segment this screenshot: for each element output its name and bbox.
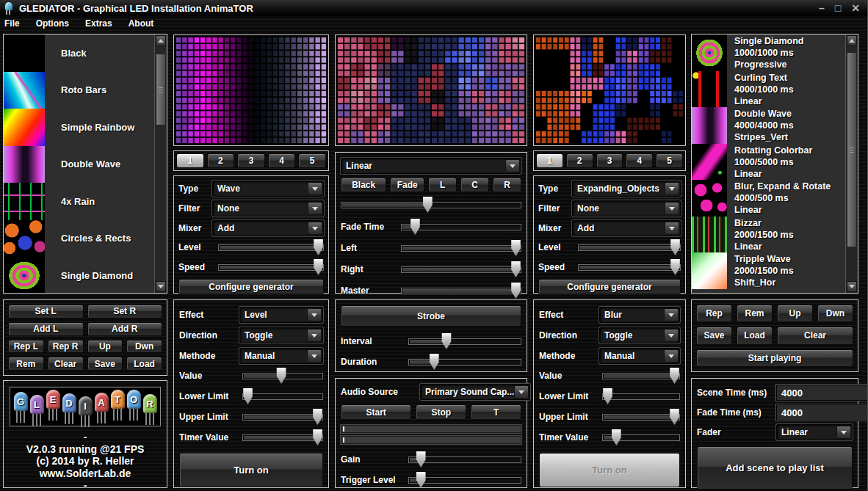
gain-slider[interactable]: [408, 451, 521, 468]
right-page-button-2[interactable]: 2: [566, 153, 593, 168]
minimize-button[interactable]: –: [819, 3, 825, 13]
fade-time-slider[interactable]: [401, 218, 521, 236]
slider-thumb[interactable]: [242, 388, 253, 404]
slider-thumb[interactable]: [313, 259, 324, 275]
master-slider[interactable]: [401, 282, 521, 299]
clear-button[interactable]: Clear: [48, 357, 84, 371]
right-upper-limit-slider[interactable]: [602, 408, 680, 426]
trigger-level-slider[interactable]: [408, 471, 521, 489]
slider-thumb[interactable]: [670, 239, 681, 255]
dwn-button[interactable]: Dwn: [126, 340, 162, 354]
interval-slider[interactable]: [408, 332, 521, 350]
right-page-button-5[interactable]: 5: [656, 153, 683, 168]
chevron-down-icon[interactable]: [665, 182, 679, 195]
chevron-down-icon[interactable]: [664, 329, 679, 342]
left-configure-generator-button[interactable]: Configure generator: [178, 279, 324, 294]
mixer-black-button[interactable]: Black: [341, 178, 386, 192]
add-r-button[interactable]: Add R: [87, 322, 163, 336]
left-timer-value-slider[interactable]: [242, 429, 323, 446]
right-configure-generator-button[interactable]: Configure generator: [538, 279, 681, 294]
left-turn-on-button[interactable]: Turn on: [179, 453, 323, 487]
load-button[interactable]: Load: [126, 357, 162, 371]
left-page-button-4[interactable]: 4: [268, 153, 296, 168]
scrollbar-thumb[interactable]: [847, 52, 857, 247]
strobe-button[interactable]: Strobe: [341, 305, 521, 327]
right-mixer-dropdown[interactable]: Add: [572, 220, 681, 236]
scene-list-scrollbar[interactable]: [845, 34, 858, 293]
chevron-down-icon[interactable]: [308, 182, 322, 195]
left-filter-dropdown[interactable]: None: [212, 200, 324, 217]
slider-thumb[interactable]: [312, 429, 323, 445]
slider-thumb[interactable]: [276, 368, 287, 384]
menu-item-about[interactable]: About: [129, 18, 154, 29]
slider-thumb[interactable]: [510, 261, 521, 277]
chevron-down-icon[interactable]: [307, 349, 322, 363]
left-direction-dropdown[interactable]: Toggle: [239, 327, 323, 343]
chevron-down-icon[interactable]: [308, 222, 322, 235]
left-type-dropdown[interactable]: Wave: [212, 181, 324, 197]
audio-source-dropdown[interactable]: Primary Sound Cap...: [420, 384, 530, 400]
up-button[interactable]: Up: [777, 305, 813, 322]
rem-button[interactable]: Rem: [737, 305, 773, 322]
mixer-r-button[interactable]: R: [493, 178, 521, 192]
slider-thumb[interactable]: [410, 219, 421, 235]
effect-list-item[interactable]: Simple Rainbow: [4, 109, 154, 146]
right-lower-limit-slider[interactable]: [602, 388, 680, 405]
clear-button[interactable]: Clear: [777, 327, 853, 344]
close-button[interactable]: ✕: [851, 3, 860, 13]
chevron-down-icon[interactable]: [307, 329, 322, 342]
left-page-button-1[interactable]: 1: [176, 153, 204, 168]
right-effect-value-slider[interactable]: [602, 367, 680, 385]
rep-l-button[interactable]: Rep L: [8, 340, 44, 354]
maximize-button[interactable]: □: [835, 3, 841, 13]
menu-item-options[interactable]: Options: [36, 18, 69, 29]
left-page-button-3[interactable]: 3: [237, 153, 265, 168]
chevron-down-icon[interactable]: [308, 202, 322, 215]
save-button[interactable]: Save: [87, 357, 123, 371]
scene-time-input[interactable]: [776, 385, 868, 401]
slider-thumb[interactable]: [669, 368, 680, 384]
audio-start-button[interactable]: Start: [341, 404, 411, 420]
chevron-down-icon[interactable]: [505, 159, 520, 172]
set-r-button[interactable]: Set R: [87, 305, 163, 319]
left-effect-value-slider[interactable]: [242, 367, 323, 385]
left-lower-limit-slider[interactable]: [242, 388, 323, 405]
chevron-down-icon[interactable]: [664, 308, 679, 321]
effect-list-scrollbar[interactable]: [154, 34, 167, 293]
fader-curve-dropdown[interactable]: Linear: [341, 158, 521, 174]
start-playing-button[interactable]: Start playing: [696, 349, 853, 367]
effect-list-item[interactable]: Double Wave: [4, 146, 154, 183]
slider-thumb[interactable]: [312, 409, 323, 425]
fade-time-input[interactable]: [776, 404, 868, 421]
effect-list-item[interactable]: Single Diamond: [4, 257, 154, 293]
set-l-button[interactable]: Set L: [8, 305, 84, 319]
scene-list-item[interactable]: Rotating Colorbar1000/5000 msLinear: [692, 144, 845, 181]
mixer-l-button[interactable]: L: [428, 178, 457, 192]
left-upper-limit-slider[interactable]: [242, 408, 323, 426]
slider-thumb[interactable]: [441, 333, 452, 349]
menu-item-extras[interactable]: Extras: [85, 18, 112, 29]
right-page-button-3[interactable]: 3: [596, 153, 623, 168]
right-direction-dropdown[interactable]: Toggle: [599, 327, 680, 343]
slider-thumb[interactable]: [670, 259, 681, 275]
duration-slider[interactable]: [408, 353, 521, 371]
left-page-button-2[interactable]: 2: [207, 153, 235, 168]
slider-thumb[interactable]: [611, 429, 622, 445]
add-scene-button[interactable]: Add scene to play list: [697, 446, 853, 490]
mixer-left-slider[interactable]: [401, 239, 521, 257]
add-l-button[interactable]: Add L: [8, 322, 84, 336]
chevron-down-icon[interactable]: [307, 308, 322, 321]
scroll-down-icon[interactable]: [847, 281, 857, 292]
right-page-button-1[interactable]: 1: [536, 153, 563, 168]
right-filter-dropdown[interactable]: None: [572, 200, 681, 217]
scrollbar-thumb[interactable]: [156, 54, 166, 126]
scene-list-item[interactable]: Blur, Expand & Rotate4000/500 msLinear: [692, 180, 845, 217]
slider-thumb[interactable]: [416, 451, 427, 468]
slider-thumb[interactable]: [669, 409, 680, 425]
effect-list-item[interactable]: Black: [4, 34, 154, 72]
effect-list-item[interactable]: Roto Bars: [4, 72, 154, 109]
scroll-up-icon[interactable]: [156, 35, 166, 46]
rep-r-button[interactable]: Rep R: [48, 340, 84, 354]
chevron-down-icon[interactable]: [836, 426, 851, 439]
left-page-button-5[interactable]: 5: [298, 153, 326, 168]
